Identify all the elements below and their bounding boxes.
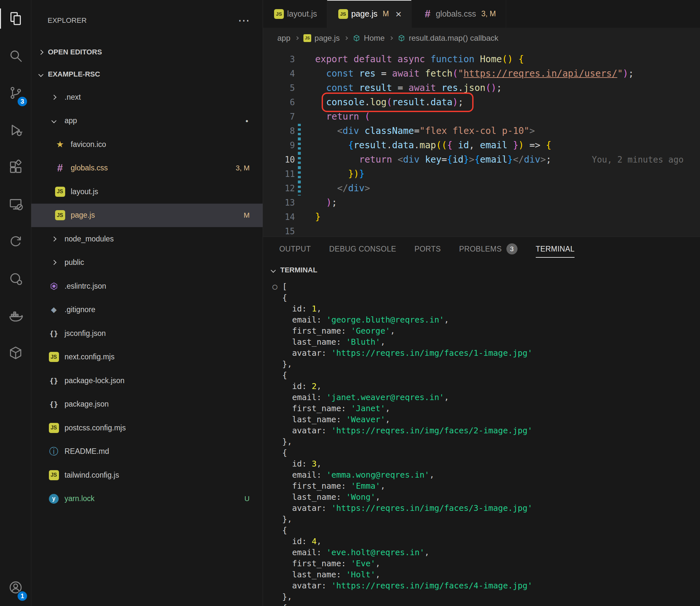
activity-bar-top: 3	[0, 0, 31, 371]
workspace-section[interactable]: EXAMPLE-RSC	[31, 63, 263, 85]
code-line: 7 return (	[263, 110, 700, 124]
activity-package-button[interactable]	[0, 334, 31, 371]
panel-tab-label: DEBUG CONSOLE	[329, 245, 396, 254]
terminal-line: id: 3,	[273, 459, 700, 469]
activity-search-button[interactable]	[0, 37, 31, 74]
css-glyph: #	[57, 162, 63, 174]
chevron-right-icon	[51, 236, 56, 241]
breadcrumb-item-page-js[interactable]: JSpage.js	[303, 33, 340, 43]
file-name: page.js	[71, 211, 95, 219]
activity-extensions-button[interactable]	[0, 148, 31, 186]
line-number: 8	[263, 124, 295, 138]
folder-modified-dot: ●	[246, 118, 248, 123]
symbol-icon	[398, 34, 405, 42]
css-glyph: #	[425, 8, 430, 20]
code-text: const res = await fetch("https://reqres.…	[315, 67, 634, 81]
panel-tab-ports[interactable]: PORTS	[415, 237, 441, 261]
git-status-badge: M	[244, 211, 250, 219]
file-tree-item-next-config-mjs[interactable]: JSnext.config.mjs	[31, 345, 263, 369]
panel-tab-debug-console[interactable]: DEBUG CONSOLE	[329, 237, 396, 261]
code-text: const result = await res.json();	[315, 81, 502, 95]
explorer-icon	[8, 11, 23, 26]
terminal-line: first_name: 'Janet',	[273, 403, 700, 414]
terminal-section-title: TERMINAL	[280, 266, 318, 274]
activity-run-debug-button[interactable]	[0, 111, 31, 148]
terminal-line: avatar: 'https://reqres.in/img/faces/1-i…	[273, 348, 700, 359]
file-tree-item-package-json[interactable]: {}package.json	[31, 393, 263, 416]
js-file-icon: JS	[48, 423, 59, 433]
folder-chevron	[48, 95, 59, 99]
info-glyph: ⓘ	[49, 445, 58, 458]
code-line: 4 const res = await fetch("https://reqre…	[263, 67, 700, 81]
file-tree-item-tailwind-config-js[interactable]: JStailwind.config.js	[31, 463, 263, 487]
file-tree-item-favicon-ico[interactable]: ★favicon.ico	[31, 133, 263, 156]
git-gutter-indicator	[298, 210, 301, 224]
file-name: tailwind.config.js	[65, 471, 119, 480]
open-editors-section[interactable]: OPEN EDITORS	[31, 41, 263, 63]
terminal-line: {	[273, 447, 700, 459]
breadcrumb-label: page.js	[314, 33, 340, 43]
file-tree-item-yarn-lock[interactable]: yyarn.lockU	[31, 487, 263, 511]
breadcrumb-label: app	[277, 33, 290, 43]
git-gutter-indicator	[298, 153, 301, 167]
line-number: 12	[263, 181, 295, 195]
file-tree-item-gitignore[interactable]: ◆.gitignore	[31, 298, 263, 322]
chevron-right-icon	[51, 260, 56, 265]
file-tree-item-readme-md[interactable]: ⓘREADME.md	[31, 440, 263, 464]
file-tree-item-postcss-config-mjs[interactable]: JSpostcss.config.mjs	[31, 416, 263, 440]
panel-tab-output[interactable]: OUTPUT	[279, 237, 311, 261]
activity-circle-dot-button[interactable]	[0, 260, 31, 297]
code-text: export default async function Home() {	[315, 52, 524, 67]
line-number: 6	[263, 95, 295, 110]
breadcrumb-item-app[interactable]: app	[277, 33, 290, 43]
file-tree-item-package-lock-json[interactable]: {}package-lock.json	[31, 369, 263, 393]
line-number: 9	[263, 138, 295, 153]
terminal-section-header[interactable]: TERMINAL	[263, 261, 700, 279]
file-tree-item-page-js[interactable]: JSpage.jsM	[31, 204, 263, 227]
editor-tab-layout-js[interactable]: JSlayout.js	[263, 0, 327, 28]
code-editor[interactable]: 3export default async function Home() {4…	[263, 48, 700, 236]
file-tree-item-node-modules[interactable]: node_modules	[31, 227, 263, 251]
terminal-line: email: 'janet.weaver@reqres.in',	[273, 392, 700, 403]
line-number: 4	[263, 67, 295, 81]
braces-file-icon: {}	[48, 377, 59, 385]
activity-docker-button[interactable]	[0, 297, 31, 334]
terminal-line: first_name: 'George',	[273, 325, 700, 336]
terminal-output[interactable]: ○ [ { id: 1, email: 'george.bluth@reqres…	[263, 279, 700, 606]
breadcrumb-item-home[interactable]: Home	[353, 33, 384, 43]
chevron-right-icon	[51, 94, 56, 100]
breadcrumb-item-result-data-map-callback[interactable]: result.data.map() callback	[398, 33, 498, 43]
more-actions-icon[interactable]: ⋯	[238, 17, 250, 24]
code-line: 15	[263, 224, 700, 236]
activity-source-control-button[interactable]: 3	[0, 74, 31, 111]
chevron-right-icon	[295, 36, 299, 40]
chevron-down-icon	[271, 267, 276, 273]
activity-circle-arrow-button[interactable]	[0, 223, 31, 260]
braces-glyph: {}	[49, 377, 58, 385]
file-tree-item-next[interactable]: .next	[31, 85, 263, 109]
activity-remote-button[interactable]	[0, 186, 31, 223]
panel-tab-label: PROBLEMS	[459, 245, 502, 254]
file-tree-item-globals-css[interactable]: #globals.css3, M	[31, 156, 263, 180]
code-text: console.log(result.data);	[315, 95, 463, 110]
panel-tab-label: TERMINAL	[536, 245, 575, 254]
activity-explorer-button[interactable]	[0, 0, 31, 37]
code-line: 10 return <div key={id}>{email}</div>;Yo…	[263, 153, 700, 167]
activity-account-button[interactable]: 1	[0, 569, 31, 606]
terminal-line: },	[273, 436, 700, 447]
file-name: layout.js	[71, 187, 98, 196]
terminal-line: id: 1,	[273, 303, 700, 314]
run-debug-icon	[8, 122, 23, 138]
js-glyph: JS	[55, 210, 65, 220]
panel-tab-problems[interactable]: PROBLEMS3	[459, 237, 517, 261]
close-icon[interactable]: ×	[396, 11, 402, 17]
file-tree-item-app[interactable]: app●	[31, 109, 263, 133]
editor-tab-page-js[interactable]: JSpage.jsM×	[327, 0, 412, 28]
file-tree-item-public[interactable]: public	[31, 251, 263, 275]
file-tree-item-layout-js[interactable]: JSlayout.js	[31, 180, 263, 204]
file-tree-item-jsconfig-json[interactable]: {}jsconfig.json	[31, 322, 263, 345]
file-tree-item-eslintrc-json[interactable]: .eslintrc.json	[31, 274, 263, 298]
remote-icon	[8, 197, 23, 212]
panel-tab-terminal[interactable]: TERMINAL	[536, 237, 575, 261]
editor-tab-globals-css[interactable]: #globals.css3, M	[412, 0, 506, 28]
